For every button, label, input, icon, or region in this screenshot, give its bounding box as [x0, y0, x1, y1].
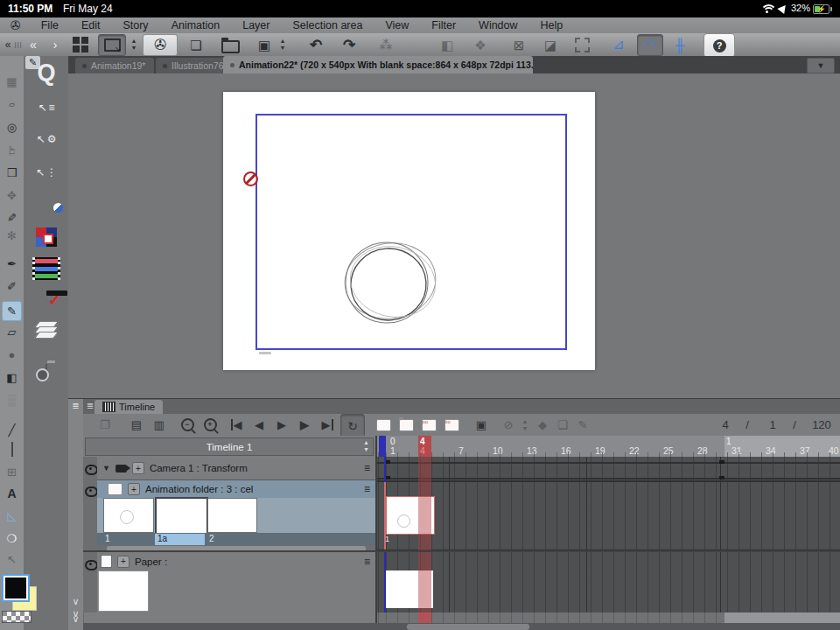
- tab-timeline[interactable]: Timeline: [94, 400, 163, 414]
- cel-thumbnail-1a-selected[interactable]: [155, 497, 208, 536]
- menu-edit[interactable]: Edit: [70, 19, 112, 32]
- new-animation-cel-button-small[interactable]: +: [128, 483, 140, 495]
- scroll-down-icon[interactable]: ∨: [69, 597, 82, 606]
- panel-forward-icon[interactable]: ›: [49, 33, 61, 56]
- cel-label[interactable]: 2: [209, 534, 214, 543]
- snap-to-guide-button[interactable]: ╫: [668, 33, 691, 56]
- tab-illustration76[interactable]: Illustration76*: [156, 58, 233, 74]
- menu-help[interactable]: Help: [529, 19, 575, 32]
- net-tool-icon[interactable]: ▦: [0, 75, 24, 88]
- help-button[interactable]: ?: [704, 33, 735, 58]
- balloon-tool-icon[interactable]: ❍: [0, 532, 24, 545]
- workspace-button[interactable]: ↘: [98, 34, 126, 56]
- undo-button[interactable]: ↶: [304, 33, 327, 56]
- document-page[interactable]: [223, 92, 595, 370]
- delete-specified-cels-button[interactable]: xo: [442, 414, 461, 436]
- menu-selection-area[interactable]: Selection area: [282, 19, 374, 32]
- onion-skin-settings-button[interactable]: ▣: [472, 414, 491, 436]
- object-tool-icon[interactable]: ◎: [0, 121, 24, 134]
- clip-studio-button[interactable]: ✇: [143, 34, 178, 56]
- scrollbar-thumb[interactable]: [407, 624, 529, 630]
- subtool-list-icon[interactable]: ↖≡: [24, 102, 68, 114]
- open-file-button[interactable]: [219, 33, 242, 56]
- timeline-selector[interactable]: Timeline 1 ▲▼: [85, 438, 374, 456]
- home-button[interactable]: [70, 33, 91, 56]
- menu-filter[interactable]: Filter: [420, 19, 467, 32]
- disclosure-triangle-icon[interactable]: ▼: [102, 464, 110, 472]
- decoration-tool-icon[interactable]: ✻: [0, 229, 24, 242]
- loop-play-button[interactable]: ↻: [340, 414, 365, 438]
- cel-thumbnail-1[interactable]: [103, 498, 154, 533]
- brush-tool-icon[interactable]: ✐: [0, 280, 24, 293]
- save-stepper[interactable]: ▲▼: [276, 33, 289, 56]
- save-button[interactable]: ▣: [254, 33, 275, 56]
- next-frame-button[interactable]: ▶: [295, 414, 314, 436]
- edit-timeline-button[interactable]: ▥: [150, 414, 169, 436]
- camera-visibility-eye-icon[interactable]: [85, 465, 98, 475]
- new-file-button[interactable]: ❏: [186, 33, 206, 56]
- tab-animation19[interactable]: Animation19*: [75, 58, 154, 74]
- track-lanes[interactable]: [377, 457, 840, 612]
- main-color-swatch[interactable]: [4, 576, 28, 600]
- gradient-tool-icon[interactable]: [0, 443, 24, 456]
- paper-track-menu-icon[interactable]: ≡: [364, 556, 370, 568]
- move-tool-icon[interactable]: ✥: [0, 189, 24, 202]
- new-animation-cel-button[interactable]: [374, 414, 393, 436]
- lasso-tool-icon[interactable]: ○: [0, 98, 24, 112]
- zoom-in-button[interactable]: +: [200, 414, 220, 436]
- add-paper-button[interactable]: +: [117, 556, 130, 568]
- menu-layer[interactable]: Layer: [231, 19, 281, 32]
- folder-visibility-eye-icon[interactable]: [85, 486, 98, 497]
- correct-line-tool-icon[interactable]: ↖: [0, 553, 24, 566]
- material-tool-icon[interactable]: ❒: [0, 166, 24, 179]
- zoom-out-button[interactable]: −: [178, 414, 197, 436]
- previous-frame-button[interactable]: ◀: [249, 414, 269, 436]
- eyedropper-tool-icon[interactable]: ✐: [0, 210, 24, 223]
- new-timeline-button[interactable]: ▤: [127, 414, 146, 436]
- playhead-column[interactable]: [418, 457, 431, 612]
- redo-button[interactable]: ↷: [338, 33, 360, 56]
- subtool-detail-icon[interactable]: ↖⋮: [24, 166, 68, 178]
- canvas-area[interactable]: [68, 74, 840, 398]
- play-button[interactable]: ▶: [272, 414, 291, 436]
- menu-file[interactable]: File: [30, 19, 70, 32]
- loupe-icon[interactable]: Q: [24, 60, 68, 87]
- scroll-bottom-icon[interactable]: ∨∨: [69, 611, 82, 621]
- pen-tool-icon[interactable]: ✒: [0, 257, 24, 270]
- layers-palette-icon[interactable]: [24, 324, 68, 340]
- fill-tool-icon[interactable]: ◧: [0, 371, 24, 384]
- frame-border-tool-icon[interactable]: ⊞: [0, 466, 24, 479]
- paper-track-header[interactable]: + Paper : ≡: [97, 553, 375, 570]
- paper-visibility-eye-icon[interactable]: [85, 560, 98, 570]
- toolbar-stepper[interactable]: ▲▼: [128, 33, 140, 56]
- tab-animation22-active[interactable]: Animation22* (720 x 540px With blank spa…: [223, 56, 533, 74]
- cel-thumbnail-2[interactable]: [207, 498, 257, 533]
- go-first-frame-button[interactable]: ◀: [227, 414, 246, 436]
- cel-label-selected[interactable]: 1a: [155, 534, 205, 546]
- color-set-icon[interactable]: [24, 228, 68, 247]
- add-camera-keyframe-button[interactable]: +: [132, 462, 144, 474]
- new-cel-tabbed-button[interactable]: [396, 414, 416, 436]
- frame-ruler[interactable]: 0 1 4 1 4 7 10 13 16 19 22 25 28 31 34 3…: [377, 436, 840, 457]
- snap-to-special-ruler-button[interactable]: ◠: [637, 34, 663, 56]
- subtool-settings-icon[interactable]: ↖⚙: [24, 133, 68, 145]
- panel-list-icon[interactable]: ≣: [69, 402, 82, 410]
- panel-back-icon[interactable]: «: [26, 33, 40, 56]
- animation-folder-header[interactable]: + Animation folder : 3 : cel ≡: [97, 480, 375, 498]
- eraser-tool-icon[interactable]: ▱: [0, 326, 24, 339]
- timeline-palette-icon[interactable]: [24, 257, 68, 280]
- tab-list-dropdown[interactable]: ▼: [807, 58, 835, 74]
- clip-studio-logo-icon[interactable]: ✇: [10, 18, 21, 32]
- blend-tool-icon[interactable]: ●: [0, 348, 24, 361]
- menu-animation[interactable]: Animation: [160, 19, 232, 32]
- cel-label[interactable]: 1: [105, 534, 110, 543]
- snap-to-ruler-button[interactable]: ⊿: [607, 33, 630, 56]
- animation-folder-menu-icon[interactable]: ≡: [364, 483, 370, 495]
- hand-tool-icon[interactable]: ☞: [5, 138, 18, 162]
- airbrush-tool-icon[interactable]: ░: [0, 394, 24, 407]
- transparent-color-swatch[interactable]: [2, 611, 32, 623]
- pencil-tool-icon-selected[interactable]: ✎: [2, 301, 22, 321]
- specify-cels-button[interactable]: oo: [419, 414, 438, 436]
- text-tool-icon[interactable]: A: [0, 486, 24, 500]
- paper-thumbnail[interactable]: [98, 570, 149, 612]
